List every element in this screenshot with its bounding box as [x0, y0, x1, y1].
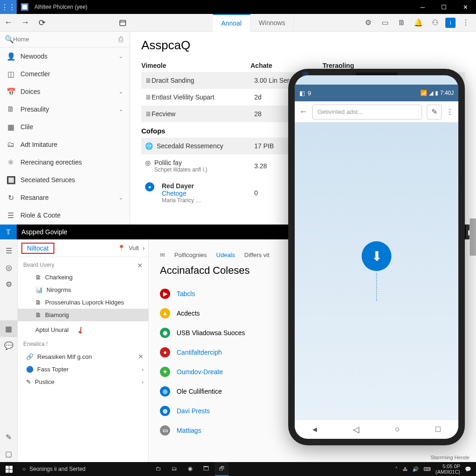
- lower-app-icon[interactable]: 𝕋: [0, 225, 17, 239]
- download-icon[interactable]: ⬇: [362, 241, 391, 271]
- rail-target-icon[interactable]: ◎: [0, 259, 18, 276]
- task-icon-chrome[interactable]: ◉: [183, 462, 197, 476]
- sidebar-item-0[interactable]: 👤Newoods⌄: [0, 47, 130, 65]
- rail-menu-icon[interactable]: ☰: [0, 242, 18, 259]
- tab-annoal[interactable]: Annoal: [213, 14, 251, 32]
- app-icon: [19, 1, 31, 13]
- back-button[interactable]: ←: [0, 14, 17, 31]
- scrollbar-thumb[interactable]: [469, 218, 476, 256]
- tray-net-icon[interactable]: 🖧: [403, 466, 408, 472]
- mail-icon[interactable]: ✉: [160, 251, 165, 258]
- tree-item[interactable]: 🗎Charkeing: [18, 271, 148, 284]
- col-treraoling[interactable]: Treraoling: [323, 62, 465, 69]
- task-icon-5[interactable]: 🗗: [215, 462, 229, 476]
- sidebar-item-7[interactable]: 🔲Seceiated Seruces: [0, 171, 130, 189]
- tray-chevron-icon[interactable]: ˄: [395, 466, 398, 472]
- phone-back-icon[interactable]: ←: [299, 107, 308, 117]
- pin-icon[interactable]: 📍: [118, 245, 125, 251]
- sidebar-icon: 🗂: [7, 140, 15, 149]
- bell-icon[interactable]: 🔔: [412, 14, 425, 31]
- phone-nav-back-icon[interactable]: ◁: [353, 424, 359, 435]
- section-beard: Beard Uvery ✕: [18, 259, 148, 271]
- phone-nav-menu-icon[interactable]: ◀: [312, 426, 317, 433]
- user-badge[interactable]: i: [445, 18, 456, 28]
- tree-icon: 🔗: [26, 353, 33, 360]
- tray-clock[interactable]: 5:05 0P (AM0I01C): [436, 463, 460, 475]
- sidebar-icon: ↻: [7, 193, 15, 202]
- category-icon: ▶: [160, 289, 170, 299]
- close-section-icon[interactable]: ✕: [137, 262, 143, 269]
- category-icon: ◍: [160, 406, 170, 416]
- tab-differs[interactable]: Differs vit: [245, 251, 270, 258]
- sidebar-item-3[interactable]: 🗎Presaulity⌄: [0, 100, 130, 118]
- tree-item[interactable]: 🔵Fass Topter›: [18, 363, 148, 376]
- rail-edit-icon[interactable]: ✎: [0, 429, 18, 445]
- vult-label[interactable]: Vult: [129, 245, 139, 251]
- rail-chat-icon[interactable]: 💬: [0, 337, 18, 354]
- calendar-icon[interactable]: [114, 14, 131, 31]
- tree-item[interactable]: 🗎Biamorig: [18, 309, 148, 321]
- tab-udeals[interactable]: Udeals: [216, 251, 235, 258]
- sidebar-item-2[interactable]: 📅Doices⌄: [0, 83, 130, 100]
- nitocat-button[interactable]: Niltocat: [21, 243, 54, 254]
- tray-keyb-icon[interactable]: ⌨: [423, 466, 431, 472]
- sidebar-item-1[interactable]: ◫Comectler: [0, 65, 130, 83]
- rail-layout-icon[interactable]: ▦: [0, 320, 18, 337]
- close-button[interactable]: ✕: [455, 0, 476, 14]
- tab-polficognies[interactable]: Polficognies: [174, 251, 207, 258]
- task-icon-2[interactable]: 🗂: [167, 462, 181, 476]
- start-button[interactable]: [0, 462, 18, 476]
- more-icon[interactable]: ⋮: [459, 14, 472, 31]
- phone-navbar: ◀ ◁ ○ □: [295, 419, 458, 439]
- sidebar-icon: ◫: [7, 70, 15, 79]
- taskbar-search[interactable]: ○ Seonings ii and Serted: [18, 462, 148, 476]
- forward-button[interactable]: →: [17, 14, 33, 31]
- filter-icon[interactable]: ⎙: [117, 35, 125, 44]
- sidebar-item-4[interactable]: ▦Clile: [0, 118, 130, 136]
- tree-icon: 🔵: [26, 366, 33, 373]
- col-achate[interactable]: Achate: [251, 62, 323, 69]
- window-title: Alhltee Pholcen (yee): [34, 4, 87, 10]
- tree-item[interactable]: Aptol Unural↙: [18, 321, 148, 338]
- phone-search-input[interactable]: Getivinted adst...: [312, 105, 422, 119]
- tree-icon: 🗎: [35, 274, 41, 281]
- chevron-right-icon[interactable]: ›: [143, 245, 145, 251]
- minimize-button[interactable]: ─: [412, 0, 433, 14]
- maximize-button[interactable]: ☐: [433, 0, 455, 14]
- tree-item[interactable]: 🔗Resasiken MIf g.con✕: [18, 350, 148, 363]
- tab-winnows[interactable]: Winnows: [251, 14, 294, 32]
- search-input[interactable]: [13, 36, 117, 43]
- chevron-down-icon: ⌄: [119, 194, 123, 201]
- app-menu-icon[interactable]: ⋮⋮: [0, 0, 17, 14]
- device-icon[interactable]: ▭: [378, 14, 391, 31]
- tray-notif-icon[interactable]: 💬: [465, 466, 471, 472]
- tree-item[interactable]: 🗎Prosserulnas Luporck Hidges: [18, 296, 148, 309]
- phone-nav-recent-icon[interactable]: □: [436, 424, 441, 434]
- battery-icon: ▮: [435, 90, 438, 96]
- sidebar-item-5[interactable]: 🗂Adt Imitature: [0, 136, 130, 153]
- rail-gear-icon[interactable]: ⚙: [0, 276, 18, 292]
- rail-panel-icon[interactable]: ▢: [0, 445, 18, 462]
- phone-more-icon[interactable]: ⋮: [446, 107, 454, 116]
- lower-title: Aspped Goviple: [21, 228, 67, 236]
- apps-icon[interactable]: ⚇: [429, 14, 442, 31]
- settings-gear-icon[interactable]: ⚙: [362, 14, 375, 31]
- upper-toolbar: ← → ⟳ Annoal Winnows ⚙ ▭ 🗎 🔔 ⚇ i ⋮: [0, 14, 476, 32]
- status-text: Starrrning Hende: [430, 455, 469, 460]
- refresh-button[interactable]: ⟳: [33, 14, 50, 31]
- sidebar-item-8[interactable]: ↻Resanare⌄: [0, 189, 130, 206]
- col-vimeole[interactable]: Vimeole: [141, 62, 251, 69]
- wifi-icon: 📶: [420, 90, 427, 96]
- task-icon-1[interactable]: 🗀: [152, 462, 165, 476]
- doc-icon[interactable]: 🗎: [395, 14, 408, 31]
- close-icon[interactable]: ✕: [138, 353, 144, 360]
- tree-item[interactable]: ✎Puslice›: [18, 376, 148, 388]
- tray-vol-icon[interactable]: 🔊: [412, 466, 419, 472]
- tree-item[interactable]: 📊Nirogrms: [18, 284, 148, 296]
- category-icon: ●: [160, 347, 170, 357]
- phone-edit-icon[interactable]: ✎: [427, 105, 442, 119]
- sidebar-item-6[interactable]: ⚛Rerecinang eorecties: [0, 153, 130, 171]
- phone-nav-home-icon[interactable]: ○: [395, 424, 400, 434]
- task-icon-4[interactable]: 🗔: [199, 462, 213, 476]
- sidebar-item-9[interactable]: ☰Riole & Coote: [0, 206, 130, 224]
